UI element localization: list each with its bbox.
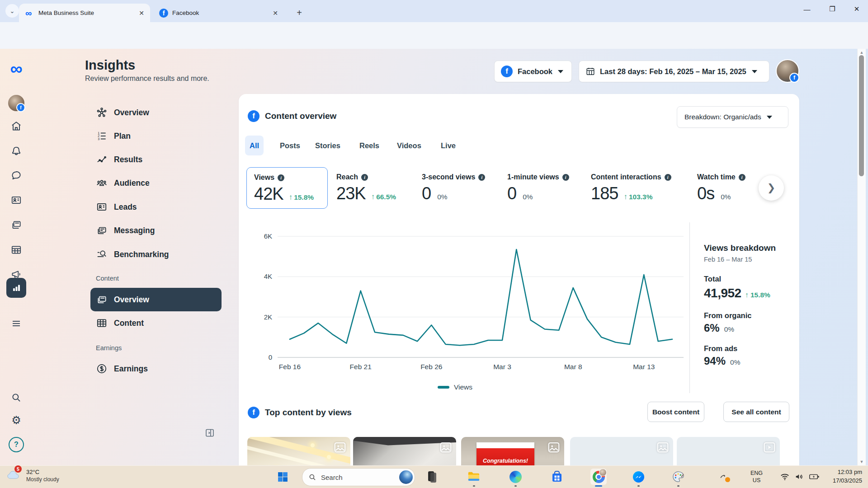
svg-text:Feb 16: Feb 16 (279, 363, 301, 371)
info-icon[interactable]: i (665, 174, 671, 181)
content-table-icon (96, 317, 108, 329)
scrollbar-thumb[interactable] (859, 55, 864, 176)
window-restore-button[interactable]: ❐ (822, 0, 843, 18)
tab-posts[interactable]: Posts (275, 136, 305, 155)
top-content-thumbnail-2[interactable] (353, 437, 456, 465)
search-icon (308, 473, 316, 481)
photo-icon (656, 441, 670, 454)
info-icon[interactable]: i (278, 174, 284, 181)
browser-tab-facebook[interactable]: f Facebook ✕ (153, 4, 284, 22)
account-avatar[interactable]: f (777, 60, 798, 82)
content-posts-icon[interactable] (6, 215, 26, 235)
organic-delta: 0% (724, 325, 734, 333)
chrome-profile-badge (599, 469, 607, 476)
leads-contact-card-icon[interactable] (6, 190, 26, 210)
window-close-button[interactable]: ✕ (846, 0, 867, 18)
sidebar-item-content[interactable]: Content (90, 311, 222, 335)
tab-close-icon[interactable]: ✕ (137, 9, 146, 17)
scroll-up-icon[interactable]: ▲ (859, 50, 864, 55)
notification-badge: 5 (14, 465, 22, 473)
window-minimize-button[interactable]: — (797, 0, 817, 18)
browser-tab-meta[interactable]: ∞ Meta Business Suite ✕ (19, 4, 150, 22)
sidebar-item-earnings[interactable]: Earnings (90, 357, 222, 380)
bing-daily-image-icon[interactable] (399, 470, 413, 484)
collapse-sidebar-icon[interactable] (204, 427, 215, 438)
meta-logo-icon[interactable]: ∞ (6, 59, 26, 79)
metrics-scroll-right-button[interactable]: ❯ (759, 175, 784, 201)
volume-icon[interactable] (794, 465, 804, 488)
sidebar-item-overview[interactable]: Overview (90, 101, 222, 124)
notifications-bell-icon[interactable] (6, 141, 26, 161)
metric-reach[interactable]: Reachi 23K↑66.5% (329, 167, 410, 209)
info-icon[interactable]: i (361, 174, 368, 181)
taskbar-clock[interactable]: 12:03 pm 17/03/2025 (821, 468, 862, 485)
see-all-content-button[interactable]: See all content (723, 402, 789, 422)
scroll-down-icon[interactable]: ▼ (859, 460, 864, 464)
tab-close-icon[interactable]: ✕ (271, 9, 279, 17)
top-content-thumbnail-1[interactable] (247, 437, 350, 465)
settings-gear-icon[interactable]: ⚙ (6, 410, 26, 430)
page-selector-dropdown[interactable]: f Facebook (494, 61, 572, 82)
metric-views[interactable]: Viewsi 42K↑15.8% (246, 167, 328, 209)
home-icon[interactable] (6, 116, 26, 136)
messenger-app-icon[interactable] (630, 469, 646, 485)
breakdown-dropdown[interactable]: Breakdown: Organic/ads (677, 106, 788, 128)
tab-search-button[interactable]: ⌄ (5, 4, 19, 18)
sidebar-item-results[interactable]: Results (90, 148, 222, 171)
messages-chat-icon[interactable] (6, 165, 26, 185)
sidebar-item-label: Content (114, 319, 144, 328)
sidebar-item-leads[interactable]: Leads (90, 195, 222, 219)
svg-text:Mar 8: Mar 8 (564, 363, 582, 371)
metric-content-interactions[interactable]: Content interactionsi 185↑103.3% (584, 167, 688, 209)
date: 17/03/2025 (821, 477, 862, 485)
tab-reels[interactable]: Reels (355, 136, 384, 155)
sidebar-item-plan[interactable]: 123 Plan (90, 124, 222, 148)
file-explorer-app-icon[interactable] (466, 469, 482, 485)
tab-all[interactable]: All (245, 136, 264, 155)
info-icon[interactable]: i (478, 174, 485, 181)
new-tab-button[interactable]: + (293, 6, 306, 19)
facebook-icon: f (248, 407, 259, 418)
tab-live[interactable]: Live (436, 136, 460, 155)
messaging-cards-icon (96, 225, 108, 236)
taskbar-search[interactable]: Search (302, 468, 415, 486)
tab-stories[interactable]: Stories (311, 136, 345, 155)
sidebar-item-content-overview[interactable]: Overview (90, 288, 222, 311)
start-button[interactable] (274, 469, 291, 485)
weather-widget[interactable]: 5 32°C Mostly cloudy (6, 468, 59, 483)
page-scrollbar[interactable]: ▲ ▼ (857, 49, 866, 465)
wifi-icon[interactable] (780, 465, 790, 488)
metric-3-second-views[interactable]: 3-second viewsi 0↑0% (415, 167, 496, 209)
planner-grid-icon[interactable] (6, 240, 26, 260)
sidebar-item-messaging[interactable]: Messaging (90, 219, 222, 242)
top-content-thumbnail-3[interactable]: Congratulations! (461, 437, 564, 465)
svg-text:2K: 2K (264, 313, 272, 321)
battery-icon[interactable] (809, 465, 820, 488)
info-icon[interactable]: i (562, 174, 569, 181)
insights-bar-chart-icon[interactable] (6, 278, 26, 298)
caret-down-icon (752, 70, 757, 73)
legend-label: Views (454, 383, 472, 391)
microsoft-store-app-icon[interactable] (549, 469, 565, 485)
overview-network-icon (96, 107, 108, 118)
sidebar-item-audience[interactable]: Audience (90, 171, 222, 195)
date-range-label: Last 28 days: Feb 16, 2025 – Mar 15, 202… (600, 67, 746, 76)
boost-content-button[interactable]: Boost content (647, 402, 704, 422)
date-range-dropdown[interactable]: Last 28 days: Feb 16, 2025 – Mar 15, 202… (579, 61, 769, 82)
tab-videos[interactable]: Videos (392, 136, 426, 155)
metric-1-minute-views[interactable]: 1-minute viewsi 0↑0% (500, 167, 581, 209)
all-tools-menu-icon[interactable] (6, 314, 26, 333)
paint-app-icon[interactable] (670, 469, 686, 485)
tray-hidden-icons[interactable] (719, 465, 730, 488)
language-switcher[interactable]: ENGUS (750, 465, 763, 488)
sidebar-item-benchmarking[interactable]: Benchmarking (90, 243, 222, 266)
phone-link-app-icon[interactable] (424, 469, 440, 485)
edge-browser-app-icon[interactable] (507, 469, 524, 485)
top-content-thumbnail-4[interactable] (570, 437, 673, 465)
business-profile-avatar[interactable]: f (6, 93, 26, 113)
top-content-thumbnail-5[interactable] (677, 437, 780, 465)
chrome-app-icon[interactable] (590, 469, 607, 485)
info-icon[interactable]: i (739, 174, 745, 181)
search-icon[interactable] (6, 388, 26, 408)
help-icon[interactable]: ? (6, 435, 26, 455)
